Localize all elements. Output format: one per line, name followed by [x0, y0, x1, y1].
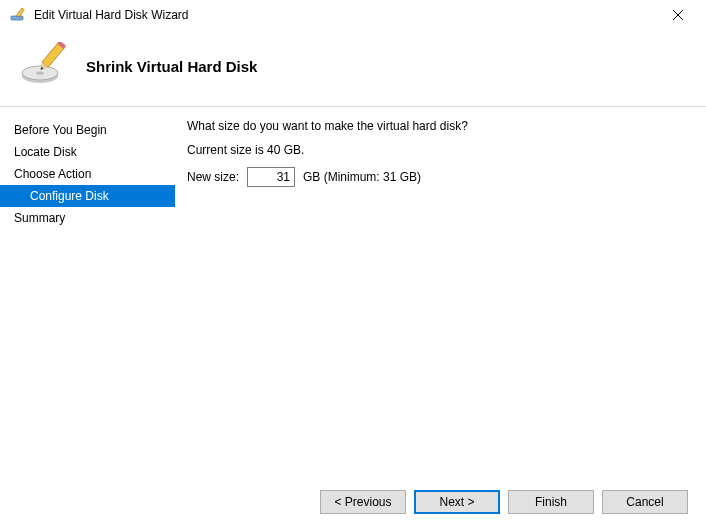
app-icon: [10, 7, 26, 23]
step-locate-disk[interactable]: Locate Disk: [0, 141, 175, 163]
new-size-row: New size: GB (Minimum: 31 GB): [187, 167, 686, 187]
close-button[interactable]: [658, 1, 698, 29]
current-size-text: Current size is 40 GB.: [187, 143, 686, 157]
close-icon: [673, 10, 683, 20]
step-choose-action[interactable]: Choose Action: [0, 163, 175, 185]
cancel-button[interactable]: Cancel: [602, 490, 688, 514]
wizard-header: Shrink Virtual Hard Disk: [0, 30, 706, 107]
finish-button[interactable]: Finish: [508, 490, 594, 514]
svg-rect-0: [11, 16, 23, 20]
wizard-body: Before You Begin Locate Disk Choose Acti…: [0, 107, 706, 474]
size-unit-min: GB (Minimum: 31 GB): [303, 170, 421, 184]
titlebar: Edit Virtual Hard Disk Wizard: [0, 0, 706, 30]
wizard-content: What size do you want to make the virtua…: [175, 107, 706, 474]
page-title: Shrink Virtual Hard Disk: [86, 58, 257, 75]
disk-pencil-icon: [20, 42, 68, 90]
wizard-footer: < Previous Next > Finish Cancel: [0, 474, 706, 530]
step-summary[interactable]: Summary: [0, 207, 175, 229]
prompt-text: What size do you want to make the virtua…: [187, 119, 686, 133]
svg-point-6: [36, 71, 44, 74]
next-button[interactable]: Next >: [414, 490, 500, 514]
step-before-you-begin[interactable]: Before You Begin: [0, 119, 175, 141]
step-configure-disk[interactable]: Configure Disk: [0, 185, 175, 207]
new-size-input[interactable]: [247, 167, 295, 187]
wizard-steps-sidebar: Before You Begin Locate Disk Choose Acti…: [0, 107, 175, 474]
previous-button[interactable]: < Previous: [320, 490, 406, 514]
window-title: Edit Virtual Hard Disk Wizard: [34, 8, 658, 22]
new-size-label: New size:: [187, 170, 239, 184]
